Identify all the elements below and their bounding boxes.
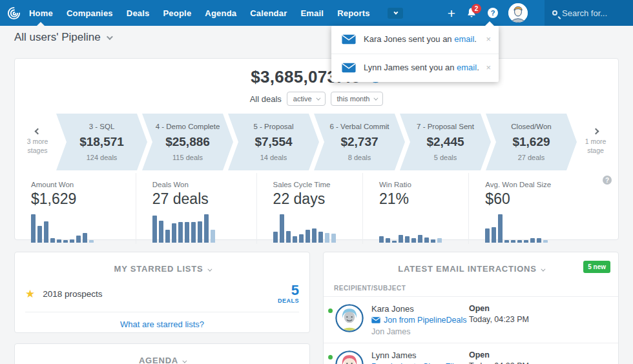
notification-text: Lynn James sent you an email.	[364, 63, 479, 74]
email-link[interactable]: email	[457, 63, 477, 72]
notification-text-after: .	[477, 63, 479, 72]
bar	[399, 235, 403, 243]
recipient-name[interactable]: Lynn James	[371, 350, 459, 360]
bar	[424, 238, 429, 243]
close-icon[interactable]: ×	[482, 34, 491, 44]
stat-value: $1,629	[31, 190, 136, 208]
bar	[386, 238, 390, 243]
bar	[498, 214, 503, 243]
nav-item-deals[interactable]: Deals	[127, 8, 150, 18]
nav-more-dropdown[interactable]	[388, 8, 403, 19]
starred-lists-header[interactable]: MY STARRED LISTS	[15, 252, 309, 274]
nav-item-people[interactable]: People	[163, 8, 192, 18]
period-filter[interactable]: this month	[331, 92, 384, 106]
bar	[511, 240, 515, 243]
stage-deal-count: 14 deals	[260, 154, 287, 161]
bar	[392, 241, 397, 243]
nav-item-reports[interactable]: Reports	[337, 8, 370, 18]
stage-sql[interactable]: 3 - SQL $18,571 124 deals	[56, 114, 147, 170]
avatar-kara-jones	[335, 304, 364, 332]
stage-name: 5 - Proposal	[253, 123, 293, 130]
email-timestamp: Today, 04:23 PM	[469, 315, 529, 324]
stage-verbal-commit[interactable]: 6 - Verbal Commit $2,737 8 deals	[314, 114, 405, 170]
bar	[543, 240, 548, 243]
stat-win-ratio: Win Ratio 21%	[362, 173, 468, 244]
bar	[492, 227, 496, 243]
pipeline-selector[interactable]: All users' Pipeline	[14, 31, 111, 44]
notifications-bell-button[interactable]: 2	[466, 7, 477, 19]
online-status-dot	[328, 308, 333, 313]
recipient-name[interactable]: Kara Jones	[371, 304, 467, 314]
stage-deal-count: 5 deals	[434, 154, 457, 161]
stat-label: Amount Won	[31, 181, 136, 188]
stage-name: 6 - Verbal Commit	[329, 123, 389, 130]
stage-demo-complete[interactable]: 4 - Demo Complete $25,886 115 deals	[142, 114, 233, 170]
nav-item-companies[interactable]: Companies	[67, 8, 113, 18]
stat-label: Deals Won	[152, 181, 256, 188]
email-timestamp: Today, 04:22 PM	[469, 361, 529, 364]
bar	[517, 240, 522, 243]
nav-item-email[interactable]: Email	[300, 8, 324, 18]
email-interactions-title: LATEST EMAIL INTERACTIONS	[398, 264, 537, 274]
bar	[437, 238, 442, 243]
mini-bar-chart	[379, 213, 468, 243]
stage-amount: $7,554	[254, 135, 292, 149]
bar	[70, 239, 74, 243]
deal-count-unit: DEALS	[278, 298, 299, 304]
what-are-starred-lists-link[interactable]: What are starred lists?	[15, 312, 309, 329]
email-meta: Open Today, 04:23 PM	[469, 304, 529, 324]
stage-amount: $2,737	[340, 135, 378, 149]
email-interactions-header[interactable]: LATEST EMAIL INTERACTIONS 5 new	[324, 252, 618, 274]
stage-closed-won[interactable]: Closed/Won $1,629 27 deals	[486, 114, 577, 170]
pipeline-total-row: $3,685,073.48	[15, 59, 618, 87]
stage-amount: $25,886	[165, 135, 210, 149]
email-link[interactable]: email	[454, 34, 474, 44]
bar	[273, 232, 278, 243]
bar	[191, 222, 196, 243]
deal-status-filter[interactable]: active	[287, 92, 326, 106]
stat-label: Avg. Won Deal Size	[485, 181, 618, 188]
spiral-logo-icon	[6, 6, 21, 21]
stat-deals-won: Deals Won 27 deals	[136, 173, 256, 244]
bar	[431, 239, 435, 243]
stats-help-icon[interactable]: ?	[603, 176, 612, 185]
agenda-card: AGENDA	[14, 343, 310, 364]
bar	[178, 222, 183, 243]
quick-add-button[interactable]: +	[448, 6, 455, 20]
stage-amount: $1,629	[512, 135, 550, 149]
starred-list-name: 2018 prospects	[43, 289, 102, 299]
notifications-dropdown: Kara Jones sent you an email. × Lynn Jam…	[331, 26, 499, 82]
email-subject-link[interactable]: Jon from PipelineDeals	[371, 316, 467, 325]
bar	[504, 240, 509, 243]
mini-bar-chart	[31, 213, 136, 243]
bar	[312, 228, 316, 243]
email-subject-text: Jon from PipelineDeals	[384, 316, 467, 325]
nav-item-home[interactable]: Home	[29, 8, 53, 18]
stage-proposal-sent[interactable]: 7 - Proposal Sent $2,445 5 deals	[400, 114, 491, 170]
nav-item-agenda[interactable]: Agenda	[205, 8, 236, 18]
stages-scroll-right[interactable]: 1 morestage	[577, 114, 614, 170]
stage-deal-count: 8 deals	[348, 154, 371, 161]
notification-text-before: Kara Jones sent you an	[364, 34, 454, 44]
stages-scroll-left[interactable]: 3 morestages	[19, 114, 56, 170]
new-emails-badge: 5 new	[583, 261, 610, 273]
nav-item-calendar[interactable]: Calendar	[250, 8, 287, 18]
bar	[31, 214, 36, 243]
search-input[interactable]: Search for...	[545, 0, 633, 26]
agenda-header[interactable]: AGENDA	[15, 344, 309, 364]
app-logo[interactable]	[6, 6, 21, 21]
mini-bar-chart	[273, 213, 362, 243]
bar	[286, 231, 291, 243]
online-status-dot	[328, 355, 333, 359]
user-avatar[interactable]	[508, 3, 528, 23]
help-button[interactable]: ?	[488, 8, 498, 18]
bar	[76, 236, 81, 243]
stage-amount: $2,445	[426, 135, 464, 149]
close-icon[interactable]: ×	[482, 63, 491, 72]
stage-name: 4 - Demo Complete	[156, 123, 220, 130]
pipeline-summary-card: $3,685,073.48 All deals active this mont…	[14, 58, 619, 240]
chevron-down-icon	[394, 10, 399, 14]
star-icon[interactable]: ★	[25, 288, 35, 299]
stage-proposal[interactable]: 5 - Proposal $7,554 14 deals	[228, 114, 319, 170]
starred-list-item[interactable]: ★ 2018 prospects 5 DEALS	[15, 274, 309, 304]
